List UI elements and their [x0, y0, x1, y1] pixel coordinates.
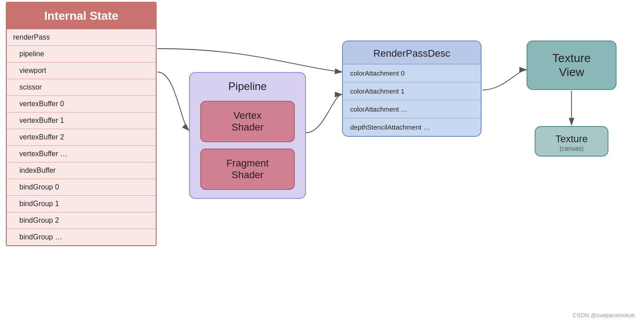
pipeline-box: Pipeline VertexShader FragmentShader [189, 72, 306, 199]
internal-state-box: Internal State renderPass pipeline viewp… [6, 2, 157, 246]
internal-state-header: Internal State [7, 3, 156, 29]
rpd-title: RenderPassDesc [343, 41, 481, 64]
is-row-bg0: bindGroup 0 [7, 179, 156, 196]
is-row-scissor: scissor [7, 79, 156, 96]
vertex-shader-box: VertexShader [200, 101, 295, 142]
is-row-bg1: bindGroup 1 [7, 196, 156, 212]
texture-view-box: TextureView [527, 40, 617, 90]
rpd-row-2: colorAttachment … [343, 100, 481, 118]
rpd-row-1: colorAttachment 1 [343, 82, 481, 100]
is-row-bgdot: bindGroup … [7, 229, 156, 245]
is-row-pipeline: pipeline [7, 46, 156, 63]
rpd-row-3: depthStencilAttachment … [343, 118, 481, 136]
texture-box: Texture (canvas) [535, 126, 608, 157]
render-pass-desc-box: RenderPassDesc colorAttachment 0 colorAt… [342, 40, 482, 137]
pipeline-title: Pipeline [228, 80, 266, 93]
is-row-renderpass: renderPass [7, 29, 156, 46]
is-row-bg2: bindGroup 2 [7, 212, 156, 229]
is-row-viewport: viewport [7, 63, 156, 79]
rpd-row-0: colorAttachment 0 [343, 64, 481, 82]
texture-label: Texture [540, 133, 603, 145]
is-row-vbdot: vertexBuffer … [7, 146, 156, 162]
is-row-vb0: vertexBuffer 0 [7, 96, 156, 112]
is-row-vb2: vertexBuffer 2 [7, 129, 156, 146]
texture-canvas-label: (canvas) [540, 145, 603, 152]
watermark: CSDN @xuejianxinokok [572, 312, 635, 319]
is-row-indexbuffer: indexBuffer [7, 162, 156, 179]
internal-state-rows: renderPass pipeline viewport scissor ver… [7, 29, 156, 245]
is-row-vb1: vertexBuffer 1 [7, 112, 156, 129]
fragment-shader-box: FragmentShader [200, 148, 295, 190]
